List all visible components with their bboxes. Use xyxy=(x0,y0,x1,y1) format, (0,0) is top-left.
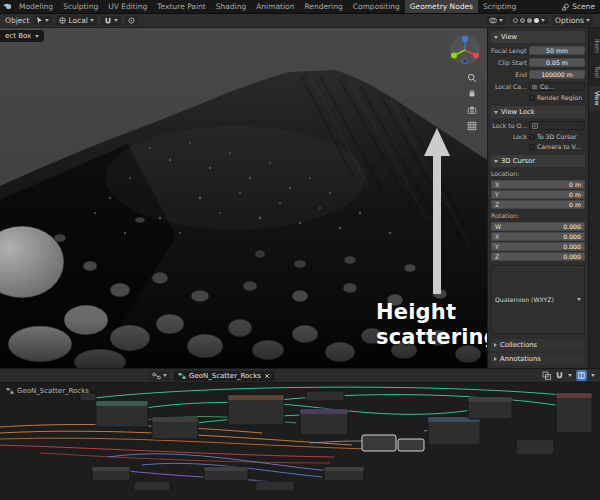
tab-shading[interactable]: Shading xyxy=(211,0,251,13)
node[interactable] xyxy=(204,467,248,481)
tab-uv-editing[interactable]: UV Editing xyxy=(103,0,152,13)
node-tree-icon xyxy=(6,387,14,395)
cursor-location-x[interactable]: X 0 m xyxy=(491,180,585,189)
axis-value: 0.000 xyxy=(563,243,581,250)
navigation-gizmo[interactable] xyxy=(449,34,481,66)
panel-expand-icon xyxy=(494,36,498,39)
cursor-location-y[interactable]: Y 0 m xyxy=(491,190,585,199)
blender-menu-icon[interactable] xyxy=(0,0,14,13)
sidebar-tab-item[interactable]: Item xyxy=(589,34,600,58)
tab-rendering[interactable]: Rendering xyxy=(299,0,347,13)
editor-type-dropdown[interactable] xyxy=(149,371,170,381)
viewport-3d[interactable]: Height scattering ect Box xyxy=(0,28,487,368)
node-tree-path-name: GeoN_Scatter_Rocks xyxy=(17,387,89,395)
node[interactable] xyxy=(516,439,554,455)
axis-value: 0.000 xyxy=(563,223,581,230)
lock-to-object-field[interactable] xyxy=(529,121,585,130)
chevron-down-icon xyxy=(90,19,94,22)
chevron-down-icon xyxy=(577,298,581,301)
cursor-rotation-x[interactable]: X 0.000 xyxy=(491,232,585,241)
overlay-toggle-active[interactable] xyxy=(576,370,587,381)
mode-dropdown[interactable] xyxy=(33,16,52,25)
clip-start-field[interactable]: 0.05 m xyxy=(529,58,585,67)
shading-mode-switch[interactable] xyxy=(510,17,548,24)
axis-z-handle[interactable] xyxy=(462,36,468,42)
annotations-panel-header[interactable]: Annotations xyxy=(491,353,585,365)
render-region-checkbox[interactable] xyxy=(529,95,535,101)
focal-length-field[interactable]: 50 mm xyxy=(529,46,585,55)
transform-orientation-dropdown[interactable]: Local xyxy=(56,15,96,26)
pan-button[interactable] xyxy=(466,88,478,100)
node[interactable] xyxy=(556,393,592,433)
clip-end-field[interactable]: 100000 m xyxy=(529,70,585,79)
local-camera-field[interactable]: Co... xyxy=(529,82,585,91)
node-editor-canvas[interactable]: GeoN_Scatter_Rocks xyxy=(0,383,600,500)
axis-letter: X xyxy=(495,233,499,240)
tab-compositing[interactable]: Compositing xyxy=(348,0,405,13)
node[interactable] xyxy=(300,409,348,435)
panel-collapsed-icon xyxy=(494,343,497,347)
node[interactable] xyxy=(324,467,364,481)
tab-modeling[interactable]: Modeling xyxy=(14,0,58,13)
node[interactable] xyxy=(256,481,294,491)
node[interactable] xyxy=(92,467,130,481)
node[interactable] xyxy=(228,395,284,425)
axis-letter: Z xyxy=(495,253,499,260)
to-3d-cursor-checkbox[interactable] xyxy=(529,134,535,140)
tab-texture-paint[interactable]: Texture Paint xyxy=(152,0,210,13)
cursor-location-z[interactable]: Z 0 m xyxy=(491,200,585,209)
overlays-dropdown[interactable] xyxy=(486,16,506,25)
orientation-globe-icon xyxy=(59,17,66,24)
local-camera-value: Co... xyxy=(540,83,554,90)
camera-view-button[interactable] xyxy=(466,104,478,116)
zoom-button[interactable] xyxy=(466,72,478,84)
active-tool-dropdown[interactable]: ect Box xyxy=(0,30,44,42)
node-tree-breadcrumb[interactable]: GeoN_Scatter_Rocks xyxy=(174,371,274,381)
options-dropdown[interactable]: Options xyxy=(552,15,593,26)
node-graph[interactable] xyxy=(0,383,600,500)
axis-z-neg-handle[interactable] xyxy=(463,59,468,64)
rotation-mode-dropdown[interactable]: Quaternion (WXYZ) xyxy=(491,265,585,334)
chevron-down-icon xyxy=(35,35,39,38)
cursor-rotation-z[interactable]: Z 0.000 xyxy=(491,252,585,261)
sidebar-tab-tool[interactable]: Tool xyxy=(589,61,600,83)
view-lock-panel-header[interactable]: View Lock xyxy=(491,106,585,118)
close-icon[interactable] xyxy=(264,373,270,379)
cursor-panel-header[interactable]: 3D Cursor xyxy=(491,155,585,167)
tab-animation[interactable]: Animation xyxy=(251,0,299,13)
object-menu[interactable]: Object xyxy=(5,16,29,25)
scene-selector[interactable]: Scene xyxy=(561,0,600,13)
tab-scripting[interactable]: Scripting xyxy=(478,0,521,13)
node[interactable] xyxy=(428,417,480,445)
cursor-rotation-w[interactable]: W 0.000 xyxy=(491,222,585,231)
tab-sculpting[interactable]: Sculpting xyxy=(58,0,103,13)
axis-y-handle[interactable] xyxy=(451,53,457,59)
collections-panel-header[interactable]: Collections xyxy=(491,339,585,351)
node[interactable] xyxy=(96,401,148,427)
ortho-toggle-button[interactable] xyxy=(466,120,478,132)
sidebar-view-panel: View Focal Length 50 mm Clip Start 0.05 … xyxy=(487,28,588,368)
parent-tree-icon[interactable] xyxy=(542,371,551,380)
collections-panel-title: Collections xyxy=(500,341,537,349)
sidebar-tab-view[interactable]: View xyxy=(589,86,600,111)
node[interactable] xyxy=(134,481,170,491)
node[interactable] xyxy=(306,391,344,401)
snap-toggle[interactable] xyxy=(101,16,121,26)
rendered-shading-icon[interactable] xyxy=(534,18,539,23)
solid-shading-icon[interactable] xyxy=(520,18,525,23)
tab-geometry-nodes[interactable]: Geometry Nodes xyxy=(405,0,478,13)
snap-magnet-icon[interactable] xyxy=(555,371,564,380)
node-selected[interactable] xyxy=(398,439,424,451)
view-panel-header[interactable]: View xyxy=(491,31,585,43)
node[interactable] xyxy=(468,397,512,419)
wireframe-shading-icon[interactable] xyxy=(513,18,518,23)
camera-to-view-checkbox[interactable] xyxy=(529,144,535,150)
node[interactable] xyxy=(152,417,198,439)
axis-x-handle[interactable] xyxy=(473,53,479,59)
material-shading-icon[interactable] xyxy=(527,18,532,23)
cursor-rotation-y[interactable]: Y 0.000 xyxy=(491,242,585,251)
node-selected[interactable] xyxy=(362,435,396,451)
axis-letter: Y xyxy=(495,191,499,198)
axis-letter: Z xyxy=(495,201,499,208)
proportional-editing-toggle[interactable] xyxy=(125,16,138,25)
